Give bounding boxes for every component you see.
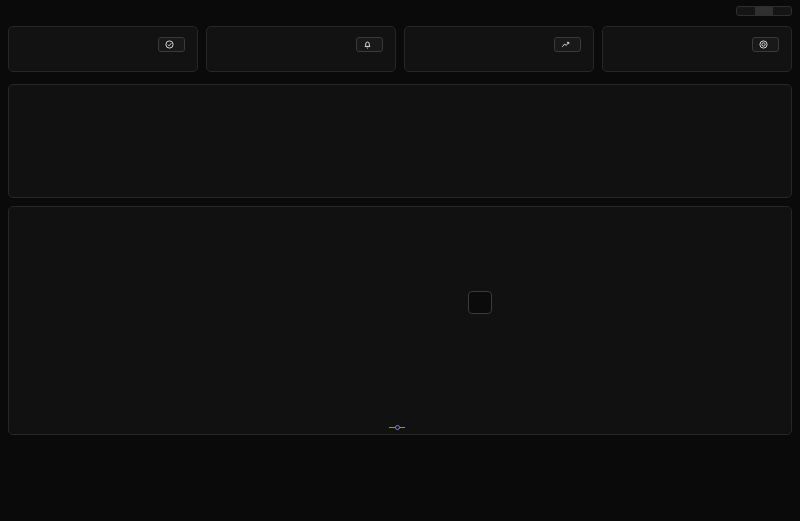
- target-icon: [759, 40, 768, 49]
- status-badge-fast: [554, 37, 581, 52]
- range-button-7-days[interactable]: [773, 7, 791, 15]
- trend-up-icon: [561, 40, 570, 49]
- minmax-line-icon: [389, 427, 405, 428]
- checks-chart-panel: [8, 84, 792, 198]
- range-button-1-hour[interactable]: [737, 7, 755, 15]
- status-badge-all-clear: [356, 37, 383, 52]
- time-range-group: [736, 6, 792, 16]
- stat-cards-row: [0, 18, 800, 78]
- bell-icon: [363, 40, 372, 49]
- latency-chart-legend: [17, 427, 783, 428]
- card-avg-response-time: [404, 26, 594, 72]
- card-alert-status: [206, 26, 396, 72]
- range-button-1-day[interactable]: [755, 7, 773, 15]
- status-badge-on-target: [752, 37, 779, 52]
- latency-area-chart[interactable]: [17, 215, 785, 423]
- check-circle-icon: [165, 40, 174, 49]
- dashboard: [0, 0, 800, 435]
- card-uptime-percentage: [602, 26, 792, 72]
- checks-bar-chart[interactable]: [17, 93, 785, 185]
- card-consecutive-failures: [8, 26, 198, 72]
- latency-chart-wrap: [17, 215, 783, 427]
- latency-tooltip: [468, 291, 492, 314]
- topbar: [0, 0, 800, 18]
- latency-chart-panel: [8, 206, 792, 435]
- status-badge-healthy: [158, 37, 185, 52]
